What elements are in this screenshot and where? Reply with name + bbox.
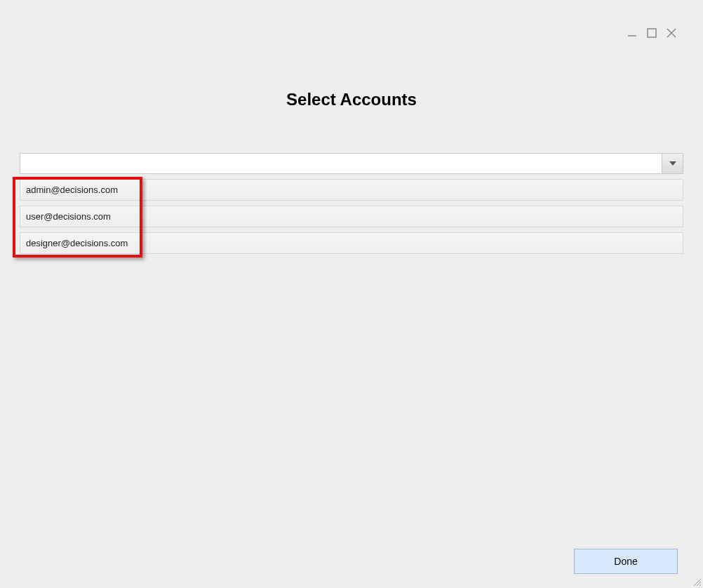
window-controls — [626, 27, 678, 39]
list-item[interactable]: admin@decisions.com — [20, 179, 683, 201]
list-item[interactable]: designer@decisions.com — [20, 232, 683, 254]
done-button-label: Done — [614, 556, 637, 567]
svg-rect-1 — [648, 29, 656, 37]
dropdown-input[interactable] — [20, 154, 662, 173]
svg-line-7 — [699, 584, 701, 586]
svg-marker-4 — [669, 161, 676, 166]
resize-grip[interactable] — [692, 577, 702, 587]
maximize-icon — [647, 28, 657, 38]
resize-grip-icon — [692, 577, 702, 587]
done-button[interactable]: Done — [574, 549, 678, 574]
account-dropdown[interactable] — [20, 153, 683, 174]
minimize-icon — [627, 28, 637, 38]
page-title: Select Accounts — [0, 90, 703, 109]
minimize-button[interactable] — [626, 27, 638, 39]
list-item[interactable]: user@decisions.com — [20, 206, 683, 227]
dropdown-toggle-button[interactable] — [662, 154, 683, 173]
list-item-label: user@decisions.com — [26, 211, 111, 222]
close-button[interactable] — [665, 27, 678, 39]
content-area: admin@decisions.com user@decisions.com d… — [20, 153, 683, 254]
list-item-label: designer@decisions.com — [26, 238, 128, 248]
list-item-label: admin@decisions.com — [26, 185, 118, 195]
maximize-button[interactable] — [645, 27, 658, 39]
close-icon — [667, 28, 676, 38]
chevron-down-icon — [669, 161, 677, 166]
